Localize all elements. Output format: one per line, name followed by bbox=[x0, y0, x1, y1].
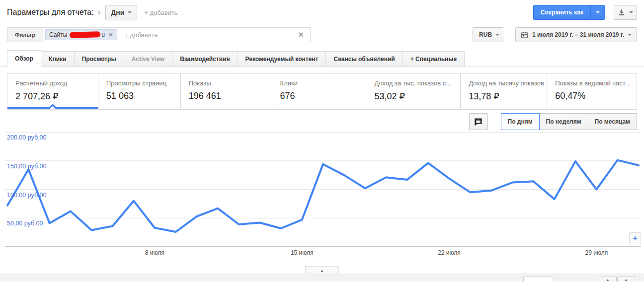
chevron-down-icon bbox=[596, 11, 600, 13]
add-filter-placeholder[interactable]: + добавить bbox=[124, 31, 158, 39]
filterbar-actions: RUB 1 июля 2019 г. – 31 июля 2019 г. bbox=[473, 27, 637, 42]
collapse-row: ▲ bbox=[0, 266, 644, 274]
metric-label: Показы в видимой част... bbox=[555, 79, 629, 87]
metric-value: 2 707,26 ₽ bbox=[15, 91, 90, 102]
metric-card-clicks[interactable]: Клики 676 bbox=[272, 74, 366, 109]
save-as-button[interactable]: Сохранить как bbox=[533, 5, 591, 20]
page-title: Параметры для отчета: bbox=[7, 8, 94, 17]
metric-label: Доход за тыс. показов с... bbox=[374, 79, 452, 87]
report-header: Параметры для отчета: › Дни + добавить С… bbox=[7, 5, 637, 20]
filter-chip-suffix: u bbox=[101, 31, 105, 38]
collapse-arrow-icon: ▲ bbox=[321, 269, 324, 273]
chevron-down-icon bbox=[629, 11, 633, 13]
metric-card-page-views[interactable]: Просмотры страниц 51 063 bbox=[98, 74, 180, 109]
chip-remove-icon[interactable]: ✕ bbox=[108, 31, 113, 38]
chart-controls: По дням По неделям По месяцам bbox=[7, 113, 637, 130]
metric-value: 196 461 bbox=[189, 91, 264, 101]
chevron-down-icon bbox=[128, 11, 132, 13]
calendar-icon bbox=[521, 31, 528, 39]
metric-card-rpm[interactable]: Доход на тысячу показов 13,78 ₽ bbox=[460, 74, 547, 109]
x-axis-labels: 8 июля15 июля22 июля29 июля bbox=[5, 247, 641, 258]
footer-bar: ▲ ▲ bbox=[0, 274, 644, 282]
annotations-button[interactable] bbox=[469, 113, 488, 130]
chevron-right-icon: › bbox=[98, 7, 101, 17]
download-icon bbox=[618, 8, 626, 16]
metric-value: 676 bbox=[280, 91, 358, 101]
footer-prev-button[interactable]: ▲ bbox=[599, 277, 617, 282]
tab-interactions[interactable]: Взаимодействия bbox=[172, 51, 238, 67]
x-axis-tick-label: 29 июля bbox=[585, 249, 608, 256]
add-parameter-link[interactable]: + добавить bbox=[144, 9, 177, 16]
y-axis-tick-label: 150,00 руб.00 bbox=[7, 163, 46, 170]
y-axis-tick-label: 200,00 руб.00 bbox=[7, 134, 46, 141]
selected-card-notch bbox=[48, 104, 58, 109]
chart-plot-area bbox=[5, 132, 641, 247]
tab-active-view[interactable]: Active View bbox=[124, 51, 172, 67]
metric-card-viewability[interactable]: Показы в видимой част... 60,47% bbox=[547, 74, 637, 109]
metric-value: 13,78 ₽ bbox=[469, 91, 539, 102]
collapse-chart-button[interactable]: ▲ bbox=[305, 266, 339, 274]
filter-chip-prefix: Сайты bbox=[49, 31, 67, 38]
x-axis-tick-label: 15 июля bbox=[291, 249, 314, 256]
report-tabs: Обзор Клики Просмотры Active View Взаимо… bbox=[0, 50, 644, 67]
tab-ad-sessions[interactable]: Сеансы объявлений bbox=[325, 51, 402, 67]
tab-overview[interactable]: Обзор bbox=[7, 50, 41, 67]
metric-label: Показы bbox=[189, 79, 264, 87]
metric-label: Расчетный доход bbox=[15, 79, 90, 87]
metric-value: 51 063 bbox=[106, 91, 172, 101]
y-axis-tick-label: 100,00 руб.00 bbox=[7, 192, 46, 199]
metric-value: 60,47% bbox=[555, 91, 629, 101]
date-range-label: 1 июля 2019 г. – 31 июля 2019 г. bbox=[532, 31, 624, 38]
y-axis-tick-label: 50,00 руб.00 bbox=[7, 220, 43, 227]
granularity-by-days-button[interactable]: По дням bbox=[501, 113, 540, 130]
metric-cards: Расчетный доход 2 707,26 ₽ Просмотры стр… bbox=[7, 73, 637, 110]
date-range-picker[interactable]: 1 июля 2019 г. – 31 июля 2019 г. bbox=[515, 27, 637, 42]
tab-views[interactable]: Просмотры bbox=[74, 51, 124, 67]
chevron-down-icon bbox=[628, 34, 632, 36]
report-type-label: Дни bbox=[111, 8, 124, 16]
tab-clicks[interactable]: Клики bbox=[41, 51, 75, 67]
report-type-dropdown[interactable]: Дни bbox=[105, 5, 137, 20]
chart-zoom-button[interactable]: + bbox=[629, 232, 641, 244]
granularity-by-weeks-button[interactable]: По неделям bbox=[539, 113, 588, 130]
x-axis-tick-label: 8 июля bbox=[145, 249, 164, 256]
currency-dropdown[interactable]: RUB bbox=[473, 27, 503, 42]
comment-icon bbox=[474, 117, 483, 127]
download-button[interactable] bbox=[614, 5, 637, 20]
metric-card-estimated-revenue[interactable]: Расчетный доход 2 707,26 ₽ bbox=[7, 74, 98, 109]
tab-recommended-content[interactable]: Рекомендуемый контент bbox=[238, 51, 326, 67]
x-axis-tick-label: 22 июля bbox=[438, 249, 461, 256]
metric-label: Клики bbox=[280, 79, 358, 87]
filter-bar: Фильтр Сайты u ✕ + добавить ✕ RUB 1 июля… bbox=[7, 27, 637, 42]
redacted-site-name bbox=[70, 31, 100, 38]
filter-chip-sites[interactable]: Сайты u ✕ bbox=[45, 29, 117, 40]
granularity-by-months-button[interactable]: По месяцам bbox=[588, 113, 637, 130]
filter-clear-icon[interactable]: ✕ bbox=[298, 30, 304, 39]
chevron-down-icon bbox=[495, 34, 499, 36]
metric-card-impressions[interactable]: Показы 196 461 bbox=[180, 74, 272, 109]
topbar-actions: Сохранить как bbox=[533, 5, 637, 20]
revenue-line-chart: 200,00 руб.00150,00 руб.00100,00 руб.005… bbox=[5, 132, 641, 247]
filter-input-box[interactable]: Фильтр Сайты u ✕ + добавить ✕ bbox=[7, 27, 311, 42]
save-as-dropdown-button[interactable] bbox=[591, 5, 605, 20]
metric-card-rpm-sessions[interactable]: Доход за тыс. показов с... 53,02 ₽ bbox=[366, 74, 460, 109]
tab-add-custom[interactable]: + Специальные bbox=[402, 51, 465, 67]
footer-page-size-select[interactable] bbox=[523, 277, 553, 282]
currency-label: RUB bbox=[479, 31, 492, 38]
footer-next-button[interactable]: ▲ bbox=[617, 277, 635, 282]
metric-value: 53,02 ₽ bbox=[374, 91, 452, 102]
metric-label: Просмотры страниц bbox=[106, 79, 172, 87]
metric-label: Доход на тысячу показов bbox=[469, 79, 539, 87]
filter-label: Фильтр bbox=[7, 28, 43, 42]
